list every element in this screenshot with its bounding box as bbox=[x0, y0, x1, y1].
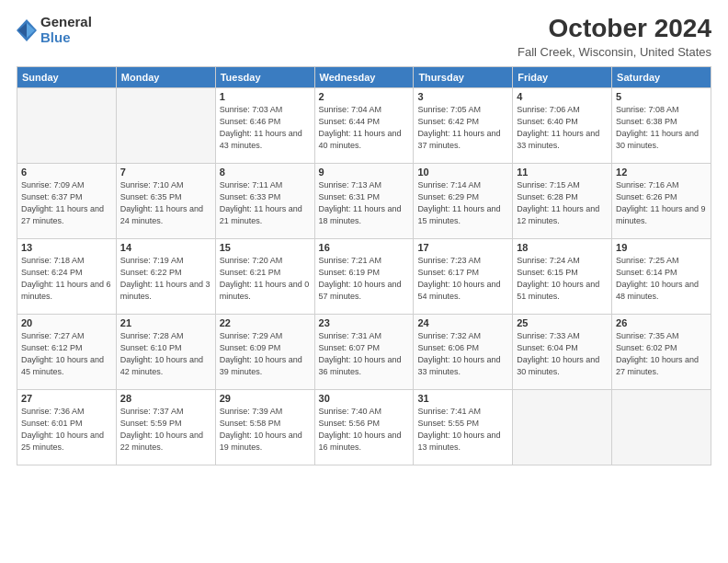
calendar-cell bbox=[17, 87, 117, 163]
day-info: Sunrise: 7:39 AMSunset: 5:58 PMDaylight:… bbox=[220, 406, 311, 454]
calendar-cell: 11Sunrise: 7:15 AMSunset: 6:28 PMDayligh… bbox=[513, 163, 612, 238]
calendar-cell: 23Sunrise: 7:31 AMSunset: 6:07 PMDayligh… bbox=[314, 314, 414, 389]
day-info: Sunrise: 7:15 AMSunset: 6:28 PMDaylight:… bbox=[517, 179, 608, 227]
day-number: 3 bbox=[417, 91, 508, 102]
calendar-cell: 5Sunrise: 7:08 AMSunset: 6:38 PMDaylight… bbox=[612, 87, 711, 163]
day-info: Sunrise: 7:37 AMSunset: 5:59 PMDaylight:… bbox=[120, 406, 211, 454]
title-block: October 2024 Fall Creek, Wisconsin, Unit… bbox=[518, 15, 711, 59]
calendar-cell: 16Sunrise: 7:21 AMSunset: 6:19 PMDayligh… bbox=[314, 238, 414, 314]
col-monday: Monday bbox=[116, 66, 215, 87]
calendar-cell: 14Sunrise: 7:19 AMSunset: 6:22 PMDayligh… bbox=[116, 238, 215, 314]
day-info: Sunrise: 7:33 AMSunset: 6:04 PMDaylight:… bbox=[517, 330, 608, 378]
day-number: 31 bbox=[417, 393, 508, 404]
day-number: 18 bbox=[517, 242, 608, 253]
day-number: 24 bbox=[417, 317, 508, 328]
day-info: Sunrise: 7:29 AMSunset: 6:09 PMDaylight:… bbox=[220, 330, 311, 378]
logo: General Blue bbox=[17, 15, 92, 45]
day-info: Sunrise: 7:32 AMSunset: 6:06 PMDaylight:… bbox=[417, 330, 508, 378]
col-friday: Friday bbox=[513, 66, 612, 87]
calendar-cell: 10Sunrise: 7:14 AMSunset: 6:29 PMDayligh… bbox=[414, 163, 513, 238]
header: General Blue October 2024 Fall Creek, Wi… bbox=[17, 15, 711, 59]
day-number: 8 bbox=[220, 167, 311, 178]
day-info: Sunrise: 7:05 AMSunset: 6:42 PMDaylight:… bbox=[417, 104, 508, 152]
day-info: Sunrise: 7:21 AMSunset: 6:19 PMDaylight:… bbox=[319, 255, 410, 303]
day-info: Sunrise: 7:16 AMSunset: 6:26 PMDaylight:… bbox=[616, 179, 707, 227]
calendar-cell: 2Sunrise: 7:04 AMSunset: 6:44 PMDaylight… bbox=[314, 87, 414, 163]
calendar-cell: 1Sunrise: 7:03 AMSunset: 6:46 PMDaylight… bbox=[215, 87, 314, 163]
day-info: Sunrise: 7:04 AMSunset: 6:44 PMDaylight:… bbox=[319, 104, 410, 152]
calendar-cell: 27Sunrise: 7:36 AMSunset: 6:01 PMDayligh… bbox=[17, 389, 117, 465]
day-number: 29 bbox=[220, 393, 311, 404]
calendar-page: General Blue October 2024 Fall Creek, Wi… bbox=[0, 0, 728, 563]
calendar-cell: 13Sunrise: 7:18 AMSunset: 6:24 PMDayligh… bbox=[17, 238, 117, 314]
day-info: Sunrise: 7:13 AMSunset: 6:31 PMDaylight:… bbox=[319, 179, 410, 227]
calendar-cell: 18Sunrise: 7:24 AMSunset: 6:15 PMDayligh… bbox=[513, 238, 612, 314]
logo-general: General bbox=[40, 15, 92, 30]
day-number: 1 bbox=[220, 91, 311, 102]
header-row: Sunday Monday Tuesday Wednesday Thursday… bbox=[17, 66, 711, 87]
col-sunday: Sunday bbox=[17, 66, 117, 87]
day-info: Sunrise: 7:09 AMSunset: 6:37 PMDaylight:… bbox=[21, 179, 112, 227]
calendar-cell: 26Sunrise: 7:35 AMSunset: 6:02 PMDayligh… bbox=[612, 314, 711, 389]
calendar-week-2: 6Sunrise: 7:09 AMSunset: 6:37 PMDaylight… bbox=[17, 163, 711, 238]
logo-text: General Blue bbox=[40, 15, 92, 45]
calendar-cell bbox=[513, 389, 612, 465]
day-number: 30 bbox=[319, 393, 410, 404]
calendar-cell: 19Sunrise: 7:25 AMSunset: 6:14 PMDayligh… bbox=[612, 238, 711, 314]
calendar-cell: 24Sunrise: 7:32 AMSunset: 6:06 PMDayligh… bbox=[414, 314, 513, 389]
day-number: 13 bbox=[21, 242, 112, 253]
calendar-table: Sunday Monday Tuesday Wednesday Thursday… bbox=[17, 66, 711, 465]
calendar-cell: 30Sunrise: 7:40 AMSunset: 5:56 PMDayligh… bbox=[314, 389, 414, 465]
calendar-cell: 6Sunrise: 7:09 AMSunset: 6:37 PMDaylight… bbox=[17, 163, 117, 238]
calendar-week-3: 13Sunrise: 7:18 AMSunset: 6:24 PMDayligh… bbox=[17, 238, 711, 314]
day-number: 9 bbox=[319, 167, 410, 178]
day-info: Sunrise: 7:20 AMSunset: 6:21 PMDaylight:… bbox=[220, 255, 311, 303]
calendar-cell: 8Sunrise: 7:11 AMSunset: 6:33 PMDaylight… bbox=[215, 163, 314, 238]
day-info: Sunrise: 7:24 AMSunset: 6:15 PMDaylight:… bbox=[517, 255, 608, 303]
col-tuesday: Tuesday bbox=[215, 66, 314, 87]
day-info: Sunrise: 7:40 AMSunset: 5:56 PMDaylight:… bbox=[319, 406, 410, 454]
day-number: 23 bbox=[319, 317, 410, 328]
day-info: Sunrise: 7:23 AMSunset: 6:17 PMDaylight:… bbox=[417, 255, 508, 303]
day-info: Sunrise: 7:08 AMSunset: 6:38 PMDaylight:… bbox=[616, 104, 707, 152]
calendar-cell: 25Sunrise: 7:33 AMSunset: 6:04 PMDayligh… bbox=[513, 314, 612, 389]
month-title: October 2024 bbox=[518, 15, 711, 43]
day-info: Sunrise: 7:19 AMSunset: 6:22 PMDaylight:… bbox=[120, 255, 211, 303]
day-number: 11 bbox=[517, 167, 608, 178]
calendar-cell: 20Sunrise: 7:27 AMSunset: 6:12 PMDayligh… bbox=[17, 314, 117, 389]
day-number: 26 bbox=[616, 317, 707, 328]
day-number: 7 bbox=[120, 167, 211, 178]
col-wednesday: Wednesday bbox=[314, 66, 414, 87]
calendar-cell: 29Sunrise: 7:39 AMSunset: 5:58 PMDayligh… bbox=[215, 389, 314, 465]
calendar-cell: 4Sunrise: 7:06 AMSunset: 6:40 PMDaylight… bbox=[513, 87, 612, 163]
calendar-week-1: 1Sunrise: 7:03 AMSunset: 6:46 PMDaylight… bbox=[17, 87, 711, 163]
logo-icon bbox=[17, 17, 37, 43]
calendar-cell bbox=[612, 389, 711, 465]
day-number: 16 bbox=[319, 242, 410, 253]
calendar-cell: 9Sunrise: 7:13 AMSunset: 6:31 PMDaylight… bbox=[314, 163, 414, 238]
calendar-cell: 12Sunrise: 7:16 AMSunset: 6:26 PMDayligh… bbox=[612, 163, 711, 238]
calendar-cell bbox=[116, 87, 215, 163]
day-info: Sunrise: 7:41 AMSunset: 5:55 PMDaylight:… bbox=[417, 406, 508, 454]
day-number: 4 bbox=[517, 91, 608, 102]
day-info: Sunrise: 7:03 AMSunset: 6:46 PMDaylight:… bbox=[220, 104, 311, 152]
day-info: Sunrise: 7:11 AMSunset: 6:33 PMDaylight:… bbox=[220, 179, 311, 227]
day-number: 27 bbox=[21, 393, 112, 404]
calendar-cell: 28Sunrise: 7:37 AMSunset: 5:59 PMDayligh… bbox=[116, 389, 215, 465]
day-info: Sunrise: 7:18 AMSunset: 6:24 PMDaylight:… bbox=[21, 255, 112, 303]
day-info: Sunrise: 7:10 AMSunset: 6:35 PMDaylight:… bbox=[120, 179, 211, 227]
day-info: Sunrise: 7:28 AMSunset: 6:10 PMDaylight:… bbox=[120, 330, 211, 378]
day-number: 21 bbox=[120, 317, 211, 328]
calendar-cell: 31Sunrise: 7:41 AMSunset: 5:55 PMDayligh… bbox=[414, 389, 513, 465]
calendar-week-5: 27Sunrise: 7:36 AMSunset: 6:01 PMDayligh… bbox=[17, 389, 711, 465]
day-number: 28 bbox=[120, 393, 211, 404]
calendar-cell: 17Sunrise: 7:23 AMSunset: 6:17 PMDayligh… bbox=[414, 238, 513, 314]
calendar-cell: 15Sunrise: 7:20 AMSunset: 6:21 PMDayligh… bbox=[215, 238, 314, 314]
day-number: 12 bbox=[616, 167, 707, 178]
day-info: Sunrise: 7:25 AMSunset: 6:14 PMDaylight:… bbox=[616, 255, 707, 303]
day-number: 17 bbox=[417, 242, 508, 253]
col-thursday: Thursday bbox=[414, 66, 513, 87]
day-number: 20 bbox=[21, 317, 112, 328]
day-number: 2 bbox=[319, 91, 410, 102]
day-info: Sunrise: 7:06 AMSunset: 6:40 PMDaylight:… bbox=[517, 104, 608, 152]
